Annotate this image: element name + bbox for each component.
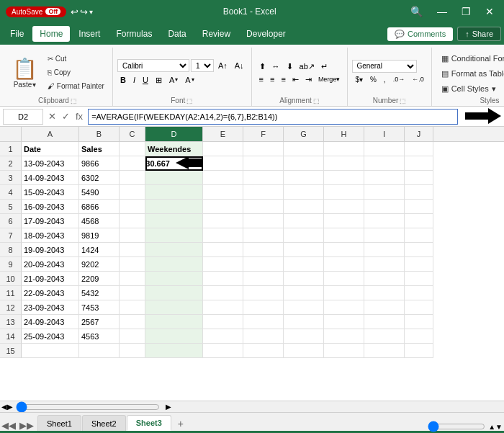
redo-button[interactable]: ↪ [80,6,88,17]
cell-b4[interactable]: 5490 [79,185,120,200]
menu-formulas[interactable]: Formulas [109,26,159,42]
cell-h4[interactable] [324,185,364,200]
row-header-2[interactable]: 2 [0,156,22,171]
cell-a7[interactable]: 18-09-2043 [22,228,79,243]
cell-i14[interactable] [364,329,405,344]
cell-b11[interactable]: 5432 [79,286,120,300]
cell-h13[interactable] [324,315,364,329]
cell-e8[interactable] [203,243,243,257]
increase-decimal-button[interactable]: ←.0 [409,73,427,86]
row-header-5[interactable]: 5 [0,200,22,214]
merge-center-button[interactable]: Merge▾ [315,73,343,86]
cell-f12[interactable] [243,300,284,315]
cell-j7[interactable] [405,228,433,243]
cell-e7[interactable] [203,228,243,243]
italic-button[interactable]: I [130,73,138,86]
cell-f3[interactable] [243,171,284,185]
insert-function-icon[interactable]: fx [73,111,85,122]
format-as-table-button[interactable]: ▤ Format as Table ▾ [436,67,504,81]
row-header-11[interactable]: 11 [0,286,22,300]
cell-j1[interactable] [405,142,433,156]
align-right-button[interactable]: ≡ [278,73,288,86]
cell-g1[interactable] [284,142,324,156]
col-header-i[interactable]: I [364,127,405,141]
cell-i4[interactable] [364,185,405,200]
cell-c13[interactable] [120,315,145,329]
cell-g15[interactable] [284,344,324,358]
cell-f15[interactable] [243,344,284,358]
cell-d7[interactable] [145,228,203,243]
menu-home[interactable]: Home [32,26,70,42]
cell-g3[interactable] [284,171,324,185]
cell-a2[interactable]: 13-09-2043 [22,156,79,171]
decrease-indent-button[interactable]: ⇤ [289,73,302,86]
restore-button[interactable]: ❐ [457,4,475,19]
cell-d2[interactable]: 6830.667 [145,156,203,171]
cell-styles-button[interactable]: ▣ Cell Styles ▾ [436,82,504,96]
menu-file[interactable]: File [3,26,31,42]
conditional-formatting-button[interactable]: ▦ Conditional Formatting ▾ [436,52,504,66]
cell-f2[interactable] [243,156,284,171]
cell-f11[interactable] [243,286,284,300]
cell-b15[interactable] [79,344,120,358]
cancel-formula-icon[interactable]: ✕ [46,111,58,122]
cell-f13[interactable] [243,315,284,329]
cell-d1[interactable]: Weekendes [145,142,203,156]
minimize-button[interactable]: — [433,4,451,19]
search-button[interactable]: 🔍 [406,4,427,19]
align-left-button[interactable]: ≡ [256,73,266,86]
cell-b9[interactable]: 9202 [79,257,120,272]
cell-j3[interactable] [405,171,433,185]
accounting-button[interactable]: $▾ [352,73,366,86]
cell-f10[interactable] [243,272,284,286]
row-header-8[interactable]: 8 [0,243,22,257]
scroll-left-btn[interactable]: ◀ [1,403,7,411]
cell-h10[interactable] [324,272,364,286]
cell-a5[interactable]: 16-09-2043 [22,200,79,214]
comma-button[interactable]: , [381,73,389,86]
cell-b2[interactable]: 9866 [79,156,120,171]
cell-d4[interactable] [145,185,203,200]
cell-g6[interactable] [284,214,324,228]
cell-f8[interactable] [243,243,284,257]
more-commands[interactable]: ▾ [89,8,93,16]
cell-d10[interactable] [145,272,203,286]
cell-a10[interactable]: 21-09-2043 [22,272,79,286]
cell-i7[interactable] [364,228,405,243]
cell-d15[interactable] [145,344,203,358]
col-header-f[interactable]: F [243,127,284,141]
cell-e1[interactable] [203,142,243,156]
cell-a1[interactable]: Date [22,142,79,156]
cell-c3[interactable] [120,171,145,185]
cell-a12[interactable]: 23-09-2043 [22,300,79,315]
cell-g14[interactable] [284,329,324,344]
format-painter-button[interactable]: 🖌 Format Painter [44,81,108,93]
cell-f6[interactable] [243,214,284,228]
cell-d13[interactable] [145,315,203,329]
row-header-7[interactable]: 7 [0,228,22,243]
autosave-toggle[interactable]: AutoSave Off [6,6,66,17]
orientation-button[interactable]: ab↗ [297,60,318,73]
row-header-15[interactable]: 15 [0,344,22,358]
copy-button[interactable]: ⎘ Copy [44,67,108,79]
cell-f7[interactable] [243,228,284,243]
col-header-e[interactable]: E [203,127,243,141]
cell-f14[interactable] [243,329,284,344]
cell-b6[interactable]: 4568 [79,214,120,228]
cell-f9[interactable] [243,257,284,272]
cell-a11[interactable]: 22-09-2043 [22,286,79,300]
cell-j10[interactable] [405,272,433,286]
underline-button[interactable]: U [140,73,151,86]
cell-g10[interactable] [284,272,324,286]
cell-h12[interactable] [324,300,364,315]
cell-j4[interactable] [405,185,433,200]
scroll-down-btn[interactable]: ▼ [495,423,503,431]
cell-i8[interactable] [364,243,405,257]
increase-indent-button[interactable]: ⇥ [302,73,315,86]
menu-developer[interactable]: Developer [239,26,293,42]
cell-d6[interactable] [145,214,203,228]
cell-i10[interactable] [364,272,405,286]
close-button[interactable]: ✕ [481,4,498,19]
cell-f1[interactable] [243,142,284,156]
cell-d3[interactable] [145,171,203,185]
